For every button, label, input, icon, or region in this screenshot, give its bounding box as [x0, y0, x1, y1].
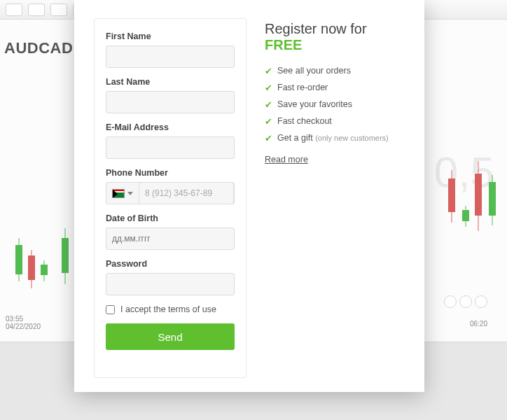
chevron-down-icon [127, 192, 133, 195]
terms-checkbox[interactable] [106, 305, 115, 314]
benefit-item: ✔ See all your orders [265, 66, 405, 76]
check-icon: ✔ [265, 66, 272, 76]
phone-group: Phone Number [106, 168, 235, 204]
terms-label: I accept the terms of use [120, 304, 216, 314]
email-input[interactable] [106, 136, 235, 159]
terms-row: I accept the terms of use [106, 304, 235, 314]
chart-play-controls [444, 295, 487, 308]
register-modal: First Name Last Name E-Mail Address Phon… [74, 0, 424, 392]
last-name-group: Last Name [106, 77, 235, 113]
email-label: E-Mail Address [106, 122, 235, 132]
register-benefits: Register now for FREE ✔ See all your ord… [265, 18, 405, 378]
last-name-input[interactable] [106, 91, 235, 113]
first-name-label: First Name [106, 31, 235, 41]
register-title: Register now for FREE [265, 21, 405, 53]
check-icon: ✔ [265, 134, 272, 143]
chart-time-left: 03:55 04/22/2020 [6, 315, 41, 330]
dob-input[interactable] [106, 227, 235, 250]
phone-label: Phone Number [106, 168, 235, 178]
check-icon: ✔ [265, 83, 272, 92]
benefit-item: ✔ Fast re-order [265, 83, 405, 92]
check-icon: ✔ [265, 100, 272, 109]
phone-input[interactable] [139, 182, 234, 204]
send-button[interactable]: Send [106, 323, 235, 350]
register-title-prefix: Register now for [265, 21, 367, 36]
last-name-label: Last Name [106, 77, 235, 87]
benefit-item: ✔ Save your favorites [265, 99, 405, 109]
benefit-item: ✔ Fast checkout [265, 116, 405, 126]
register-title-free: FREE [265, 37, 302, 52]
benefits-list: ✔ See all your orders ✔ Fast re-order ✔ … [265, 66, 405, 143]
chart-time-right: 06:20 [470, 320, 487, 328]
benefit-text: Save your favorites [277, 99, 352, 109]
benefit-text: Fast checkout [277, 116, 332, 126]
read-more-link[interactable]: Read more [265, 155, 308, 164]
password-input[interactable] [106, 273, 235, 295]
benefit-text: Fast re-order [277, 83, 328, 92]
benefit-item: ✔ Get a gift (only new customers) [265, 133, 405, 143]
benefit-note: (only new customers) [315, 134, 389, 142]
benefit-text: See all your orders [277, 66, 351, 76]
email-group: E-Mail Address [106, 122, 235, 159]
chart-price-overlay: 0,5 [434, 147, 494, 197]
first-name-input[interactable] [106, 46, 235, 68]
dob-group: Date of Birth [106, 214, 235, 250]
first-name-group: First Name [106, 31, 235, 68]
check-icon: ✔ [265, 117, 272, 126]
password-group: Password [106, 259, 235, 295]
password-label: Password [106, 259, 235, 269]
flag-icon [112, 189, 125, 198]
chart-symbol: AUDCAD [4, 39, 73, 57]
phone-row [106, 182, 235, 204]
dob-label: Date of Birth [106, 214, 235, 223]
phone-country-button[interactable] [106, 183, 139, 204]
register-form: First Name Last Name E-Mail Address Phon… [94, 18, 246, 378]
benefit-text: Get a gift [277, 133, 315, 143]
